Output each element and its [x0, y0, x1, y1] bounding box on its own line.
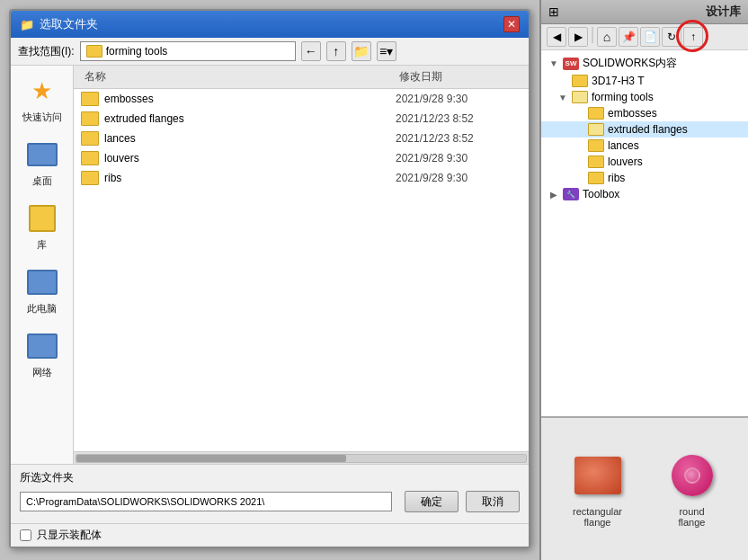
ribs-label: ribs [608, 172, 625, 184]
lib-up-button[interactable]: ↑ [683, 27, 703, 47]
solidworks-icon: SW [563, 58, 579, 70]
close-button[interactable]: ✕ [503, 16, 520, 32]
forming-tools-label: forming tools [592, 91, 654, 103]
extruded flanges-label: extruded flanges [608, 123, 688, 136]
file-date: 2021/9/28 9:30 [396, 172, 521, 184]
file-list[interactable]: embosses 2021/9/28 9:30 extruded flanges… [74, 89, 529, 451]
tree-item-lances[interactable]: lances [541, 138, 748, 154]
file-date: 2021/9/28 9:30 [396, 152, 521, 164]
file-name: louvers [104, 152, 390, 164]
sidebar-pc-label: 此电脑 [27, 302, 57, 316]
expand-icon [574, 156, 584, 167]
folder-icon [588, 107, 604, 120]
lib-add-file-button[interactable]: 📄 [640, 27, 660, 47]
tree-item-louvers[interactable]: louvers [541, 154, 748, 170]
library-preview: rectangularflange roundflange [541, 416, 748, 560]
expand-icon: ▼ [557, 92, 568, 102]
sidebar-item-network[interactable]: 网络 [26, 330, 58, 379]
tree-item-3d17[interactable]: 3D17-H3 T [541, 73, 748, 89]
library-nav-toolbar: ◀ ▶ ⌂ 📌 📄 ↻ ↑ [541, 24, 748, 50]
file-date: 2021/9/28 9:30 [396, 93, 521, 105]
rect-flange-icon [573, 451, 622, 501]
folder-icon [588, 139, 604, 152]
library-tree[interactable]: ▼ SW SOLIDWORKS内容 3D17-H3 T ▼ forming to… [541, 50, 748, 416]
preview-item-rect[interactable]: rectangularflange [573, 451, 622, 528]
lib-refresh-button[interactable]: ↻ [662, 27, 681, 47]
folder-icon [588, 172, 604, 184]
horizontal-scrollbar[interactable] [74, 451, 529, 464]
file-list-area: 名称 修改日期 embosses 2021/9/28 9:30 extruded… [74, 66, 529, 464]
network-icon [26, 330, 58, 362]
path-dropdown[interactable]: forming tools [80, 41, 296, 61]
lib-back-button[interactable]: ◀ [547, 27, 566, 47]
scrollbar-thumb [76, 455, 346, 462]
sidebar-network-label: 网络 [32, 366, 52, 379]
dialog-toolbar: 查找范围(I): forming tools ← ↑ 📁 ≡▾ [11, 38, 529, 66]
dialog-title: 选取文件夹 [40, 16, 98, 32]
tree-item-solidworks[interactable]: ▼ SW SOLIDWORKS内容 [541, 54, 748, 73]
preview-area: rectangularflange roundflange [541, 418, 748, 560]
preview-item-round[interactable]: roundflange [667, 451, 717, 528]
round-flange-label: roundflange [679, 506, 706, 528]
cancel-button[interactable]: 取消 [466, 491, 520, 512]
list-item[interactable]: extruded flanges 2021/12/23 8:52 [74, 109, 529, 129]
list-item[interactable]: ribs 2021/9/28 9:30 [74, 168, 529, 188]
up-button[interactable]: ↑ [326, 41, 346, 61]
round-flange-icon [667, 451, 717, 501]
view-button[interactable]: ≡▾ [377, 41, 396, 61]
separator [592, 27, 593, 43]
folder-icon-path [86, 45, 102, 58]
back-button[interactable]: ← [301, 41, 321, 61]
toolbox-icon: 🔧 [563, 188, 579, 200]
expand-icon [574, 108, 584, 119]
sidebar-item-desktop[interactable]: 桌面 [26, 138, 58, 188]
lib-forward-button[interactable]: ▶ [568, 27, 588, 47]
expand-icon: ▼ [548, 58, 559, 69]
sidebar-quickaccess-label: 快速访问 [22, 111, 62, 124]
3d17-label: 3D17-H3 T [592, 75, 644, 87]
tree-item-toolbox[interactable]: ▶ 🔧 Toolbox [541, 186, 748, 202]
design-library-panel: ⊞ 设计库 ◀ ▶ ⌂ 📌 📄 ↻ ↑ ▼ SW SOLIDWORKS内容 3D… [539, 0, 748, 560]
new-folder-button[interactable]: 📁 [352, 41, 371, 61]
folder-icon [81, 92, 99, 106]
list-item[interactable]: embosses 2021/9/28 9:30 [74, 89, 529, 109]
path-input[interactable] [20, 492, 392, 511]
lib-home-button[interactable]: ⌂ [597, 27, 617, 47]
sidebar-item-lib[interactable]: 库 [26, 202, 58, 252]
file-name: lances [104, 132, 390, 145]
file-dialog: 📁 选取文件夹 ✕ 查找范围(I): forming tools ← ↑ 📁 ≡… [9, 9, 530, 548]
tree-item-ribs[interactable]: ribs [541, 170, 748, 186]
sidebar-item-quickaccess[interactable]: ★ 快速访问 [22, 75, 62, 124]
sidebar-nav: ★ 快速访问 桌面 库 此电脑 [11, 66, 74, 464]
folder-icon [588, 123, 604, 136]
expand-icon [557, 76, 568, 86]
column-date: 修改日期 [396, 67, 521, 86]
library-title: 设计库 [706, 4, 741, 20]
tree-item-forming-tools[interactable]: ▼ forming tools [541, 89, 748, 105]
file-date: 2021/12/23 8:52 [396, 132, 521, 145]
sidebar-item-pc[interactable]: 此电脑 [26, 266, 58, 316]
file-name: extruded flanges [104, 112, 390, 125]
folder-icon [81, 131, 99, 146]
star-icon: ★ [26, 75, 58, 107]
rect-flange-label: rectangularflange [573, 506, 622, 528]
sidebar-lib-label: 库 [37, 238, 47, 252]
expand-icon: ⊞ [548, 4, 559, 19]
path-row: 所选文件夹 [20, 470, 520, 485]
path-input-row: 确定 取消 [20, 491, 520, 512]
embosses-label: embosses [608, 107, 657, 120]
file-name: embosses [104, 93, 390, 105]
folder-icon [572, 75, 588, 87]
sidebar-desktop-label: 桌面 [32, 174, 52, 188]
folder-icon [81, 171, 99, 185]
tree-item-embosses[interactable]: embosses [541, 105, 748, 121]
confirm-button[interactable]: 确定 [405, 491, 459, 512]
assembly-only-checkbox[interactable] [20, 529, 31, 541]
list-item[interactable]: louvers 2021/9/28 9:30 [74, 148, 529, 168]
tree-item-extruded-flanges[interactable]: extruded flanges [541, 121, 748, 138]
list-item[interactable]: lances 2021/12/23 8:52 [74, 129, 529, 148]
lib-add-location-button[interactable]: 📌 [619, 27, 638, 47]
file-date: 2021/12/23 8:52 [396, 112, 521, 125]
expand-icon [574, 173, 584, 183]
toolbox-label: Toolbox [583, 188, 619, 200]
